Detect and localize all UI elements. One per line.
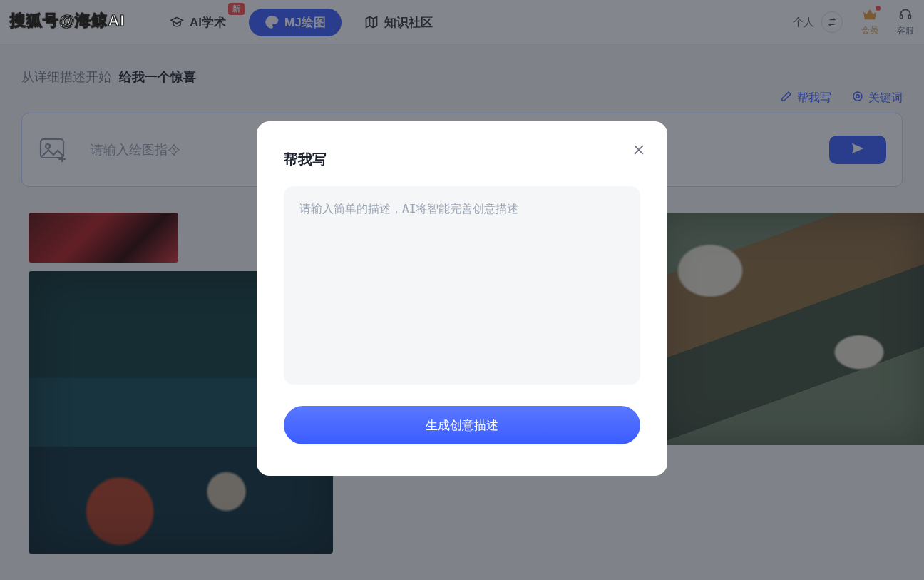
modal-title: 帮我写 xyxy=(284,150,640,169)
modal-textarea-wrap xyxy=(284,186,640,385)
modal-textarea[interactable] xyxy=(299,202,625,369)
modal-overlay[interactable]: 帮我写 生成创意描述 xyxy=(0,0,924,580)
generate-description-button[interactable]: 生成创意描述 xyxy=(284,406,640,444)
help-write-modal: 帮我写 生成创意描述 xyxy=(257,121,667,476)
close-icon xyxy=(632,147,646,159)
close-button[interactable] xyxy=(632,143,646,160)
